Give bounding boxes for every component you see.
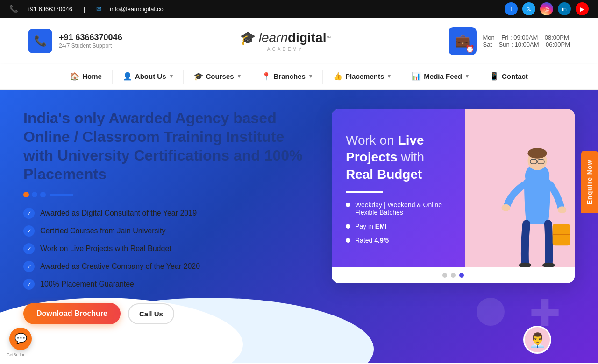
- list-item-1: ✓ Awarded as Digital Consultant of the Y…: [23, 208, 313, 219]
- chat-button[interactable]: 💬: [9, 328, 32, 350]
- email-icon: ✉: [96, 6, 101, 13]
- slide-divider: [346, 191, 383, 193]
- dot-blue-2: [40, 192, 46, 197]
- slide-features: Weekday | Weekend & Online Flexible Batc…: [346, 201, 451, 244]
- contact-icon: 📱: [490, 72, 499, 81]
- slider-dots: [332, 267, 575, 283]
- divider: |: [84, 6, 85, 13]
- deco-circle: [477, 298, 505, 326]
- placements-icon: 👍: [333, 72, 342, 81]
- nav-placements[interactable]: 👍 Placements ▾: [323, 64, 401, 90]
- header: 📞 +91 6366370046 24/7 Student Support 🎓 …: [0, 18, 598, 64]
- nav-home-label: Home: [82, 72, 102, 80]
- list-item-5-text: 100% Placement Guarantee: [40, 280, 134, 288]
- header-phone-area: 📞 +91 6366370046 24/7 Student Support: [28, 29, 122, 53]
- header-weekday-hours: Mon – Fri : 09:00AM – 08:00PM: [483, 34, 570, 41]
- list-item-4-text: Awarded as Creative Company of the Year …: [40, 262, 200, 271]
- nav-mediafeed[interactable]: 📊 Media Feed ▾: [401, 64, 479, 90]
- slide-feature-2: Pay in EMI: [346, 223, 451, 230]
- mediafeed-arrow: ▾: [466, 73, 469, 79]
- slide-dot-2[interactable]: [451, 273, 456, 278]
- svg-point-2: [527, 148, 547, 158]
- instagram-icon[interactable]: ◎: [540, 2, 553, 15]
- svg-point-8: [519, 263, 531, 267]
- hero-left: India's only Awarded Agency based Online…: [23, 104, 313, 324]
- youtube-icon[interactable]: ▶: [576, 2, 589, 15]
- slide-line4: Real Budget: [346, 167, 422, 182]
- facebook-icon[interactable]: f: [505, 2, 518, 15]
- slide-line1: Work on: [346, 133, 398, 147]
- logo-academy: Academy: [267, 47, 303, 52]
- logo-tm: ™: [326, 35, 331, 41]
- home-icon: 🏠: [70, 72, 79, 81]
- hero-title: India's only Awarded Agency based Online…: [23, 109, 313, 183]
- svg-point-6: [501, 204, 510, 211]
- list-item-2: ✓ Certified Courses from Jain University: [23, 225, 313, 237]
- nav-home[interactable]: 🏠 Home: [60, 64, 112, 90]
- twitter-icon[interactable]: 𝕏: [522, 2, 535, 15]
- nav-contact-label: Contact: [502, 72, 528, 80]
- clock-icon: 💼 ⏰: [448, 27, 477, 55]
- logo-digital-text: digital: [288, 30, 326, 45]
- top-bar-contact: 📞 +91 6366370046 | ✉ info@learndigital.c…: [9, 5, 164, 13]
- slide-line3: with: [401, 150, 424, 164]
- nav-contact[interactable]: 📱 Contact: [479, 64, 538, 90]
- svg-point-9: [542, 263, 555, 267]
- enquire-now-tab[interactable]: Enquire Now: [581, 151, 598, 213]
- logo[interactable]: 🎓 learn digital ™ Academy: [240, 30, 331, 52]
- navigation: 🏠 Home 👤 About Us ▾ 🎓 Courses ▾ 📍 Branch…: [0, 64, 598, 90]
- topbar-email[interactable]: info@learndigital.co: [110, 6, 163, 13]
- hero-right: Work on LiveProjects with Real Budget We…: [332, 109, 575, 283]
- slider-inner: Work on LiveProjects with Real Budget We…: [332, 109, 575, 267]
- courses-icon: 🎓: [194, 72, 203, 81]
- nav-courses-label: Courses: [206, 72, 234, 80]
- slide-image: [465, 109, 575, 267]
- svg-point-7: [558, 206, 567, 213]
- feature-text-3: Rated 4.9/5: [355, 237, 389, 244]
- header-phone-number[interactable]: +91 6366370046: [59, 33, 122, 42]
- linkedin-icon[interactable]: in: [558, 2, 571, 15]
- check-icon-3: ✓: [23, 243, 35, 254]
- nav-placements-label: Placements: [345, 72, 384, 80]
- nav-mediafeed-label: Media Feed: [424, 72, 462, 80]
- nav-branches[interactable]: 📍 Branches ▾: [251, 64, 322, 90]
- list-item-3: ✓ Work on Live Projects with Real Budget: [23, 243, 313, 254]
- nav-courses[interactable]: 🎓 Courses ▾: [184, 64, 251, 90]
- feature-text-2: Pay in EMI: [355, 223, 387, 230]
- feature-text-1: Weekday | Weekend & Online Flexible Batc…: [355, 201, 451, 216]
- chat-icon: 💬: [14, 333, 27, 345]
- placements-arrow: ▾: [388, 73, 391, 79]
- about-icon: 👤: [123, 72, 132, 81]
- check-icon-4: ✓: [23, 261, 35, 272]
- slide-dot-1[interactable]: [442, 273, 447, 278]
- nav-branches-label: Branches: [274, 72, 306, 80]
- slide-feature-1: Weekday | Weekend & Online Flexible Batc…: [346, 201, 451, 216]
- branches-icon: 📍: [262, 72, 271, 81]
- phone-icon: 📞: [9, 5, 18, 13]
- feature-bullet-2: [346, 224, 350, 229]
- hero-buttons: Download Brochure Call Us: [23, 303, 313, 324]
- hero-title-text: India's only Awarded Agency based Online…: [23, 110, 303, 182]
- nav-about[interactable]: 👤 About Us ▾: [113, 64, 183, 90]
- top-bar: 📞 +91 6366370046 | ✉ info@learndigital.c…: [0, 0, 598, 18]
- avatar-bottom: 👨‍💼: [523, 326, 551, 354]
- list-item-1-text: Awarded as Digital Consultant of the Yea…: [40, 209, 197, 217]
- download-brochure-button[interactable]: Download Brochure: [23, 303, 121, 324]
- nav-about-label: About Us: [135, 72, 166, 80]
- call-us-button[interactable]: Call Us: [128, 303, 174, 324]
- feature-bullet-1: [346, 203, 350, 207]
- slide-content: Work on LiveProjects with Real Budget We…: [332, 109, 465, 267]
- hero-checklist: ✓ Awarded as Digital Consultant of the Y…: [23, 208, 313, 290]
- topbar-phone[interactable]: +91 6366370046: [27, 6, 72, 13]
- header-hours-area: 💼 ⏰ Mon – Fri : 09:00AM – 08:00PM Sat – …: [448, 27, 570, 55]
- header-weekend-hours: Sat – Sun : 10:00AM – 06:00PM: [483, 41, 570, 48]
- list-item-5: ✓ 100% Placement Guarantee: [23, 279, 313, 290]
- slide-feature-3: Rated 4.9/5: [346, 237, 451, 244]
- phone-box-icon: 📞: [28, 29, 52, 53]
- dot-line: [50, 194, 73, 196]
- feature-bullet-3: [346, 238, 350, 243]
- logo-learn-text: learn: [259, 30, 288, 45]
- slide-dot-3[interactable]: [459, 273, 464, 278]
- slider-card: Work on LiveProjects with Real Budget We…: [332, 109, 575, 283]
- slide-heading: Work on LiveProjects with Real Budget: [346, 132, 451, 183]
